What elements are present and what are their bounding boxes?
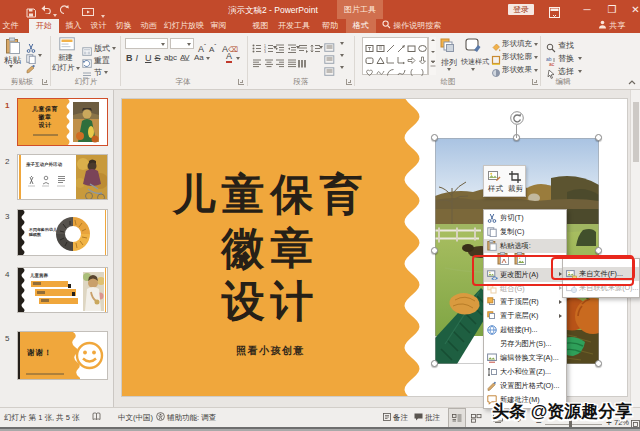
accessibility-icon[interactable] [156,408,165,428]
tab-design[interactable]: 设计 [87,19,110,33]
selection-handle-top-left[interactable] [431,134,438,141]
slide-thumbnail-1[interactable]: 儿童保育徽章设计 [17,98,108,146]
watermark: 头条 @资源趣分享 [492,400,632,423]
redo-icon[interactable] [60,4,71,16]
select-button[interactable]: 选择 [558,66,574,77]
quick-styles-icon[interactable] [465,37,481,57]
drawing-group-label: 绘图 [415,77,481,87]
selection-handle-bottom-right[interactable] [595,360,602,367]
shape-scribble-icon[interactable] [376,63,385,81]
shape-outline-button[interactable]: 形状轮廓 [502,52,532,62]
reset-button[interactable]: 重置 [94,55,110,66]
find-button[interactable]: 查找 [558,40,574,51]
slide-caption[interactable]: 照看小孩创意 [122,344,419,358]
minimize-button[interactable]: ─ [580,3,594,16]
dialog-launcher-icon[interactable] [532,79,538,85]
maximize-button[interactable]: ❐ [605,3,619,16]
new-slide-button[interactable]: 新建幻灯片 [52,53,79,73]
tab-animations[interactable]: 动画 [137,19,160,33]
selection-handle-middle-right[interactable] [595,247,602,254]
text-shadow-button[interactable]: ab̲c [164,53,177,62]
tab-developer[interactable]: 开发工具 [278,19,308,33]
dialog-launcher-icon[interactable] [238,79,244,85]
collapse-ribbon-icon[interactable] [628,79,636,86]
zoom-slider-track[interactable] [545,424,602,425]
normal-view-button[interactable] [448,408,466,428]
font-color-button[interactable]: A [226,52,232,63]
selection-handle-bottom-left[interactable] [431,360,438,367]
paste-dropdown-icon [9,65,13,68]
share-button[interactable]: 共享 [598,19,625,33]
quick-styles-dropdown-icon [471,68,475,71]
tab-home[interactable]: 开始 [29,19,60,33]
shape-arc-icon[interactable] [386,63,395,81]
tab-insert[interactable]: 插入 [62,19,85,33]
strike-button[interactable]: S [155,53,161,63]
font-size-combo[interactable] [170,38,194,49]
italic-button[interactable]: I [136,53,139,63]
align-left-icon[interactable] [252,54,262,72]
group-divider [50,36,51,86]
slide-title[interactable]: 儿童保育徽章设计 [122,168,419,329]
group-divider [120,36,121,86]
shapes-gallery-scroll[interactable] [428,37,436,75]
slide-thumbnail-5[interactable]: 谢谢！ [17,331,108,380]
replace-button[interactable]: 替换 [558,53,574,64]
underline-button[interactable]: U [145,53,152,63]
selection-handle-middle-left[interactable] [431,247,438,254]
quick-styles-button[interactable]: 快速样式 [461,57,489,67]
shape-fill-button[interactable]: 形状填充 [502,39,532,49]
accessibility-status[interactable]: 辅助功能: 调查 [167,408,216,428]
undo-icon[interactable] [40,4,51,16]
tab-label: 格式 [353,21,369,30]
tab-label: 文件 [3,21,19,30]
menu-item[interactable]: 超链接(H)... [484,323,566,337]
bold-button[interactable]: B [126,53,133,63]
paragraph-group-label: 段落 [268,77,334,87]
font-name-combo[interactable] [125,38,168,49]
tab-transitions[interactable]: 切换 [112,19,135,33]
tab-view[interactable]: 视图 [249,19,272,33]
arrange-button[interactable]: 排列 [441,57,457,68]
tab-label: 插入 [66,21,82,30]
comments-button[interactable]: 批注 [414,408,440,428]
align-center-icon[interactable] [264,54,274,72]
slide-counter[interactable]: 幻灯片 第 1 张, 共 5 张 [4,408,79,428]
annotation-box-from-file [551,257,635,280]
dialog-launcher-icon[interactable] [42,79,48,85]
shape-effects-icon[interactable] [491,64,501,82]
align-right-icon[interactable] [275,54,285,72]
slide-thumbnail-4[interactable]: 儿童营养 [17,267,108,314]
change-case-button[interactable]: Aa [194,53,204,62]
slide-thumbnail-3[interactable]: 不同年龄的幼儿睡眠数 [17,209,108,256]
sign-in-button[interactable]: 登录 [508,4,534,15]
decrease-font-icon[interactable]: Aˇ [209,38,216,56]
columns-icon[interactable] [298,54,308,72]
dialog-launcher-icon[interactable] [346,79,352,85]
shape-effects-button[interactable]: 形状效果 [502,65,532,75]
char-spacing-button[interactable]: A̲V̲ [180,53,189,62]
tab-help[interactable]: 帮助 [320,19,340,33]
tab-file[interactable]: 文件 [0,19,21,33]
tab-format[interactable]: 格式 [346,19,376,33]
layout-button[interactable]: 版式 [94,43,110,54]
tab-label: 开发工具 [278,21,310,30]
language-indicator[interactable]: 中文(中国) [118,408,153,428]
shape-heart-icon[interactable] [365,63,374,81]
tell-me-search[interactable]: 操作说明搜索 [382,19,441,33]
vertical-scrollbar[interactable] [630,90,640,407]
scrollbar-thumb[interactable] [633,102,639,162]
selection-handle-top-right[interactable] [595,134,602,141]
tab-slideshow[interactable]: 幻灯片放映 [164,19,204,33]
rotate-handle-stem [516,125,517,138]
arrange-icon[interactable] [440,38,455,57]
close-button[interactable]: ✕ [629,3,640,16]
spellcheck-icon[interactable] [92,408,101,428]
tab-review[interactable]: 审阅 [207,19,230,33]
mini-toolbar-crop-label[interactable]: 裁剪 [505,184,526,194]
mini-toolbar-style-label[interactable]: 样式 [485,184,506,194]
slide-thumbnail-2[interactable]: 亲子互动户外活动 [17,154,108,200]
notes-button[interactable]: 备注 [383,408,408,428]
shape-curve-icon[interactable] [397,63,406,81]
justify-icon[interactable] [287,54,297,72]
